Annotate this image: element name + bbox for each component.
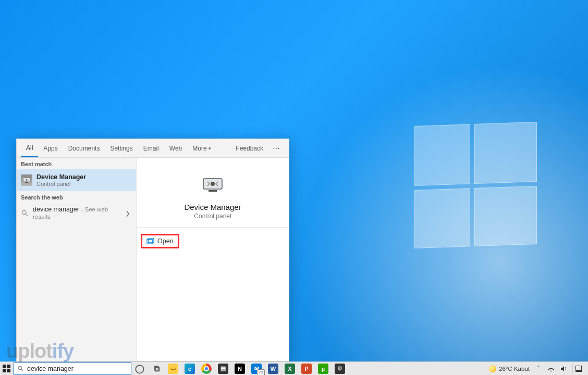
tab-all[interactable]: All [21, 139, 38, 157]
search-results-list: Best match Device Manager Control panel … [17, 158, 137, 361]
device-manager-large-icon [200, 172, 225, 197]
chevron-right-icon: ❯ [126, 210, 130, 216]
tab-more-label: More [192, 145, 206, 152]
start-button[interactable] [0, 362, 13, 375]
word-icon[interactable]: W [265, 362, 281, 376]
tab-documents[interactable]: Documents [63, 139, 105, 157]
tab-email[interactable]: Email [138, 139, 164, 157]
file-explorer-icon[interactable]: ▭ [165, 362, 181, 376]
best-match-heading: Best match [17, 158, 136, 169]
weather-icon [489, 365, 496, 372]
svg-line-4 [26, 214, 28, 216]
open-icon [146, 238, 154, 245]
tab-apps[interactable]: Apps [38, 139, 63, 157]
chrome-icon[interactable] [198, 362, 215, 376]
weather-widget[interactable]: 26°C Kabut [489, 365, 530, 372]
search-tab-bar: All Apps Documents Settings Email Web Mo… [17, 139, 289, 158]
utorrent-icon[interactable]: µ [315, 362, 332, 376]
tab-web[interactable]: Web [164, 139, 187, 157]
svg-point-10 [18, 366, 22, 370]
svg-point-7 [211, 182, 215, 186]
svg-point-2 [26, 179, 28, 181]
best-match-item[interactable]: Device Manager Control panel [17, 169, 136, 191]
open-label: Open [157, 238, 174, 245]
device-manager-icon [21, 174, 32, 186]
detail-subtitle: Control panel [194, 213, 231, 220]
settings-dark-icon[interactable]: ⚙ [332, 362, 348, 376]
store-icon[interactable]: ▤ [215, 362, 231, 376]
taskbar: ◯⧉▭e▤N73✉WXPµ⚙ 26°C Kabut ˄ [0, 361, 588, 375]
svg-line-11 [21, 369, 23, 371]
windows-logo [414, 122, 537, 248]
taskbar-search-box[interactable] [14, 362, 131, 375]
svg-rect-9 [149, 238, 154, 242]
weather-text: 26°C Kabut [499, 366, 530, 372]
search-icon [17, 365, 24, 372]
edge-icon[interactable]: e [181, 362, 198, 376]
open-button[interactable]: Open [141, 234, 179, 248]
search-detail-pane: Device Manager Control panel Open [137, 158, 289, 361]
svg-point-3 [22, 210, 27, 215]
notifications-icon[interactable] [572, 364, 584, 374]
svg-rect-8 [147, 239, 152, 243]
svg-point-12 [550, 370, 552, 371]
mail-icon[interactable]: 73✉ [248, 362, 265, 376]
powerpoint-icon[interactable]: P [298, 362, 315, 376]
network-icon[interactable] [547, 365, 555, 372]
best-match-subtitle: Control panel [36, 181, 86, 187]
svg-rect-6 [209, 190, 217, 192]
notion-icon[interactable]: N [231, 362, 248, 376]
system-tray: 26°C Kabut ˄ [485, 364, 588, 374]
volume-icon[interactable] [560, 365, 567, 372]
more-options-icon[interactable]: ⋯ [268, 144, 285, 153]
search-icon [21, 209, 29, 217]
start-search-popup: All Apps Documents Settings Email Web Mo… [16, 139, 289, 361]
task-view-icon[interactable]: ⧉ [148, 362, 165, 376]
taskbar-search-input[interactable] [27, 365, 128, 372]
search-web-heading: Search the web [17, 191, 136, 203]
cortana-icon[interactable]: ◯ [131, 362, 148, 376]
tray-chevron-up-icon[interactable]: ˄ [535, 365, 542, 372]
feedback-link[interactable]: Feedback [230, 139, 268, 157]
windows-icon [3, 365, 10, 372]
mail-badge: 73 [257, 369, 265, 376]
best-match-title: Device Manager [36, 173, 86, 181]
excel-icon[interactable]: X [281, 362, 298, 376]
tab-more[interactable]: More ▾ [187, 139, 216, 157]
web-result-term: device manager - See web results [33, 206, 121, 220]
svg-rect-1 [25, 182, 28, 183]
web-result-item[interactable]: device manager - See web results ❯ [17, 203, 136, 223]
tab-settings[interactable]: Settings [105, 139, 138, 157]
svg-rect-14 [575, 370, 581, 372]
chevron-down-icon: ▾ [209, 146, 211, 151]
detail-title: Device Manager [184, 203, 241, 211]
